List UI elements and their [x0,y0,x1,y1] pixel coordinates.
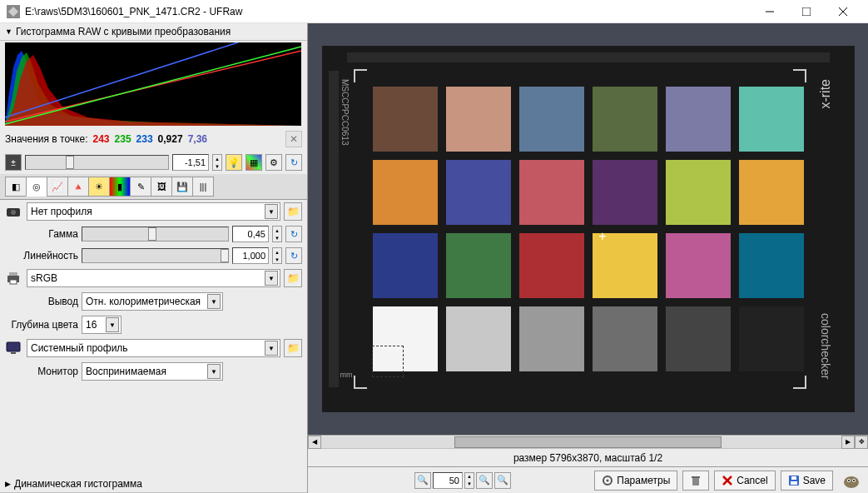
raw-histogram[interactable] [5,42,301,126]
linearity-slider[interactable] [82,248,229,263]
gamma-reset-button[interactable]: ↻ [285,226,302,242]
svg-marker-7 [5,55,301,126]
tab-save[interactable]: 💾 [171,177,193,197]
minimize-button[interactable] [751,0,788,23]
tab-base-curve[interactable]: 📈 [47,177,68,197]
cancel-button[interactable]: Cancel [714,471,775,491]
zoom-out-button[interactable]: 🔍 [414,472,431,489]
svg-line-9 [5,47,301,124]
gamma-spinner[interactable]: ▲▼ [272,226,282,242]
gear-icon [602,475,613,486]
brand-panel: x-rite colorchecker [809,79,842,379]
tab-strip: ◧ ◎ 📈 🔺 ☀ ▮ ✎ 🖼 💾 ||| [0,174,307,200]
tab-lightness[interactable]: ☀ [88,177,110,197]
live-histogram-header[interactable]: ▶ Динамическая гистограмма [0,476,307,493]
display-profile-combo[interactable]: Системный профиль▼ [27,339,280,357]
svg-rect-25 [791,476,796,480]
colorchecker-logo: colorchecker [819,313,832,379]
spot-r: 243 [93,133,110,145]
preview-area[interactable]: MSCCPPCC0613 mm x-rite colorchecker + [308,23,868,435]
app-icon [7,5,20,18]
svg-line-8 [5,51,301,122]
svg-point-29 [848,480,850,481]
svg-rect-17 [11,352,16,354]
exposure-slider[interactable] [25,155,169,170]
display-profile-browse[interactable]: 📁 [284,339,302,357]
color-swatch [666,306,731,371]
zoom-in-button[interactable]: 🔍 [476,472,493,489]
output-profile-row: sRGB▼ 📁 [0,266,307,290]
output-profile-browse[interactable]: 📁 [284,269,302,287]
monitor-intent-combo[interactable]: Воспринимаемая▼ [82,362,223,381]
image-info: размер 5796x3870, масштаб 1/2 [308,448,868,466]
color-swatch [373,160,438,225]
linearity-reset-button[interactable]: ↻ [285,247,302,264]
zoom-input[interactable] [433,472,463,489]
color-swatch [373,233,438,298]
output-intent-combo[interactable]: Отн. колориметрическая▼ [82,292,223,311]
output-profile-combo[interactable]: sRGB▼ [27,269,280,287]
maximize-button[interactable] [788,0,825,23]
cancel-icon [722,475,733,486]
color-swatch [739,306,804,371]
svg-point-30 [853,480,855,481]
exposure-icon: ± [5,154,22,171]
linearity-label: Линейность [5,250,78,261]
color-swatch [446,87,511,152]
output-intent-label: Вывод [5,296,78,307]
zoom-fit-button[interactable]: 🔍 [494,472,511,489]
linearity-input[interactable] [232,247,269,264]
exposure-row: ± ▲▼ 💡 ▦ ⚙ ↻ [0,151,307,174]
tab-grayscale[interactable]: ▮ [109,177,131,197]
svg-rect-20 [692,476,700,478]
delete-button[interactable] [682,471,709,491]
exposure-spinner[interactable]: ▲▼ [212,154,222,171]
save-button[interactable]: Save [781,471,833,491]
zoom-spinner[interactable]: ▲▼ [464,472,474,489]
bit-depth-combo[interactable]: 16▼ [82,316,122,334]
gamma-slider[interactable] [82,227,229,242]
restore-clip-button[interactable]: ▦ [246,154,262,171]
trash-icon [690,475,702,486]
serial-text: MSCCPPCC0613 [340,79,350,145]
input-profile-browse[interactable]: 📁 [284,202,302,221]
tab-crop[interactable]: 🖼 [151,177,172,197]
input-profile-combo[interactable]: Нет профиля▼ [27,202,280,221]
tab-color[interactable]: 🔺 [67,177,89,197]
pan-button[interactable]: ✥ [855,436,868,449]
linearity-spinner[interactable]: ▲▼ [272,247,282,264]
spot-values-row: Значения в точке: 243 235 233 0,927 7,36… [0,127,307,151]
gimp-icon[interactable] [841,471,861,491]
raw-histogram-header[interactable]: ▼ Гистограмма RAW с кривыми преобразован… [0,23,307,41]
tab-exif[interactable]: ||| [192,177,214,197]
monitor-intent-label: Монитор [5,366,78,377]
options-button[interactable]: Параметры [594,471,677,491]
gamma-input[interactable] [232,226,269,242]
titlebar: E:\raws\5DM3\160601_PNK_1471.CR2 - UFRaw [0,0,868,23]
auto-exposure-button[interactable]: 💡 [226,154,242,171]
scroll-left-button[interactable]: ◀ [308,436,321,449]
svg-rect-14 [9,272,17,276]
exposure-reset-button[interactable]: ⚙ [265,154,282,171]
preview-hscrollbar[interactable]: ◀ ▶ ✥ [308,435,868,448]
color-swatch [593,306,657,371]
window-title: E:\raws\5DM3\160601_PNK_1471.CR2 - UFRaw [25,6,751,17]
color-swatch [593,160,657,225]
svg-rect-24 [791,481,797,485]
exposure-input[interactable] [172,154,209,171]
input-profile-row: Нет профиля▼ 📁 [0,200,307,223]
spot-g: 235 [115,133,131,145]
gamma-label: Гамма [5,228,78,240]
spot-reset-button[interactable]: ✕ [285,131,302,147]
tab-lens[interactable]: ✎ [130,177,151,197]
color-swatch [519,160,584,225]
color-swatch [739,87,804,152]
exposure-refresh-button[interactable]: ↻ [285,154,302,171]
scroll-right-button[interactable]: ▶ [841,436,855,449]
spot-b: 233 [136,133,153,145]
spot-label: Значения в точке: [5,133,88,145]
close-button[interactable] [825,0,861,23]
tab-wb[interactable]: ◧ [5,177,27,197]
spot-marker[interactable] [372,346,404,377]
tab-color-mgmt[interactable]: ◎ [26,177,47,197]
